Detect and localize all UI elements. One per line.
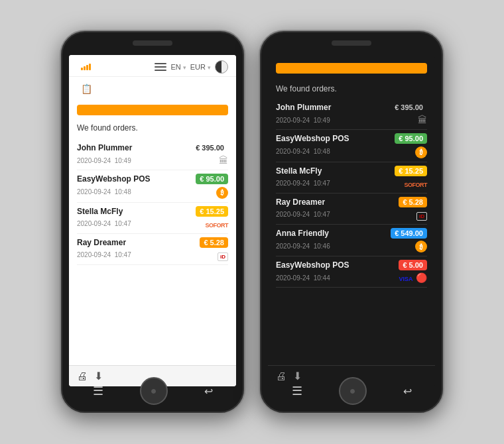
menu-icon[interactable]: [155, 63, 166, 71]
order-name: Stella McFly: [77, 207, 123, 216]
ideal-icon: iD: [416, 212, 427, 221]
order-amount: € 395.00: [192, 142, 228, 153]
order-amount: € 549.00: [391, 228, 427, 239]
phones-container: EN ▾ EUR ▾ 📋 We found orders.: [60, 30, 444, 414]
order-date: 2020-09-24 10:49: [276, 117, 330, 124]
page-title-row: 📋: [77, 83, 228, 94]
order-date: 2020-09-24 10:47: [77, 251, 131, 258]
order-date: 2020-09-24 10:48: [77, 188, 131, 195]
order-amount: € 15.25: [395, 166, 427, 176]
order-name: Ray Dreamer: [276, 197, 325, 207]
phone-1: EN ▾ EUR ▾ 📋 We found orders.: [60, 30, 245, 414]
order-row[interactable]: John Plummer € 395.00 2020-09-24 10:49 🏛: [77, 139, 228, 170]
phone-2-screen: We found orders. John Plummer € 395.00 2…: [268, 55, 435, 386]
search-button-2[interactable]: [276, 63, 427, 74]
nav-back-2[interactable]: ↩: [403, 385, 412, 398]
order-badge: SOFORT: [405, 178, 428, 190]
order-badge: ₿: [216, 186, 228, 199]
order-date: 2020-09-24 10:47: [276, 211, 330, 218]
found-text-1: We found orders.: [77, 123, 228, 133]
order-amount: € 395.00: [391, 102, 427, 113]
search-button-1[interactable]: [77, 105, 228, 115]
order-amount: € 5.28: [399, 197, 427, 207]
phone-1-content: 📋 We found orders. John Plummer € 395.00…: [69, 77, 236, 365]
currency-selector[interactable]: EUR ▾: [190, 63, 211, 71]
bank-icon: 🏛: [418, 115, 427, 125]
order-badge: iD: [218, 249, 228, 261]
order-date: 2020-09-24 10:46: [276, 243, 330, 250]
phone-1-header: EN ▾ EUR ▾: [69, 55, 236, 77]
order-name: John Plummer: [77, 143, 132, 152]
nav-menu-2[interactable]: ☰: [292, 384, 302, 398]
sofort-icon: SOFORT: [405, 182, 428, 188]
nav-back-1[interactable]: ↩: [204, 385, 213, 398]
bank-icon: 🏛: [219, 155, 228, 166]
order-badge: iD: [416, 209, 427, 221]
order-row[interactable]: Ray Dreamer € 5.28 2020-09-24 10:47 iD: [276, 194, 427, 225]
order-name: Stella McFly: [276, 166, 322, 176]
order-date: 2020-09-24 10:47: [77, 220, 131, 227]
order-amount: € 95.00: [196, 174, 228, 184]
visa-icon: VISA: [399, 276, 413, 282]
order-name: John Plummer: [276, 103, 331, 112]
sofort-icon: SOFORT: [206, 222, 229, 229]
order-date: 2020-09-24 10:48: [276, 148, 330, 155]
mastercard-icon: 🔴: [416, 272, 427, 283]
ideal-icon: iD: [218, 252, 228, 261]
phone-2-header: [268, 55, 435, 78]
order-date: 2020-09-24 10:49: [77, 157, 131, 164]
order-name: EasyWebshop POS: [77, 174, 150, 184]
phone-2-content: We found orders. John Plummer € 395.00 2…: [268, 78, 435, 365]
home-button-1[interactable]: ●: [140, 377, 168, 405]
order-amount: € 15.25: [196, 206, 228, 217]
order-row[interactable]: Ray Dreamer € 5.28 2020-09-24 10:47 iD: [77, 234, 228, 265]
order-row[interactable]: Stella McFly € 15.25 2020-09-24 10:47 SO…: [77, 203, 228, 234]
order-amount: € 5.00: [399, 260, 427, 270]
bitcoin-icon: ₿: [216, 187, 228, 199]
order-row[interactable]: Anna Friendly € 549.00 2020-09-24 10:46 …: [276, 225, 427, 257]
header-controls: EN ▾ EUR ▾: [155, 60, 228, 74]
order-badge: SOFORT: [206, 218, 229, 230]
found-text-2: We found orders.: [276, 84, 427, 93]
orders-list-1: John Plummer € 395.00 2020-09-24 10:49 🏛…: [77, 139, 228, 265]
contrast-button[interactable]: [215, 60, 228, 74]
phone-1-screen: EN ▾ EUR ▾ 📋 We found orders.: [69, 55, 236, 386]
order-row[interactable]: Stella McFly € 15.25 2020-09-24 10:47 SO…: [276, 162, 427, 194]
orders-icon: 📋: [81, 83, 92, 94]
order-row[interactable]: John Plummer € 395.00 2020-09-24 10:49 🏛: [276, 99, 427, 130]
orders-list-2: John Plummer € 395.00 2020-09-24 10:49 🏛…: [276, 99, 427, 288]
order-date: 2020-09-24 10:44: [276, 274, 330, 282]
order-badge: ₿: [415, 145, 427, 158]
bitcoin-icon: ₿: [415, 146, 427, 158]
order-row[interactable]: EasyWebshop POS € 95.00 2020-09-24 10:48…: [77, 170, 228, 203]
order-name: EasyWebshop POS: [276, 260, 349, 270]
order-badge: VISA 🔴: [399, 272, 427, 284]
phone-1-nav: ☰ ● ↩: [61, 377, 244, 405]
order-name: Ray Dreamer: [77, 238, 126, 247]
order-date: 2020-09-24 10:47: [276, 180, 330, 187]
order-amount: € 95.00: [395, 133, 427, 144]
order-badge: 🏛: [418, 114, 427, 126]
nav-menu-1[interactable]: ☰: [93, 384, 103, 398]
order-badge: ₿: [415, 240, 427, 253]
order-name: EasyWebshop POS: [276, 134, 349, 143]
order-amount: € 5.28: [200, 237, 228, 248]
lang-selector[interactable]: EN ▾: [170, 63, 186, 71]
logo-signal: [81, 64, 91, 70]
phone-2-nav: ☰ ● ↩: [260, 377, 443, 405]
phone-2: We found orders. John Plummer € 395.00 2…: [259, 30, 444, 414]
order-name: Anna Friendly: [276, 229, 329, 238]
bitcoin-icon: ₿: [415, 241, 427, 252]
order-row[interactable]: EasyWebshop POS € 95.00 2020-09-24 10:48…: [276, 130, 427, 162]
home-button-2[interactable]: ●: [339, 377, 367, 405]
order-badge: 🏛: [219, 154, 228, 166]
order-row[interactable]: EasyWebshop POS € 5.00 2020-09-24 10:44 …: [276, 256, 427, 288]
